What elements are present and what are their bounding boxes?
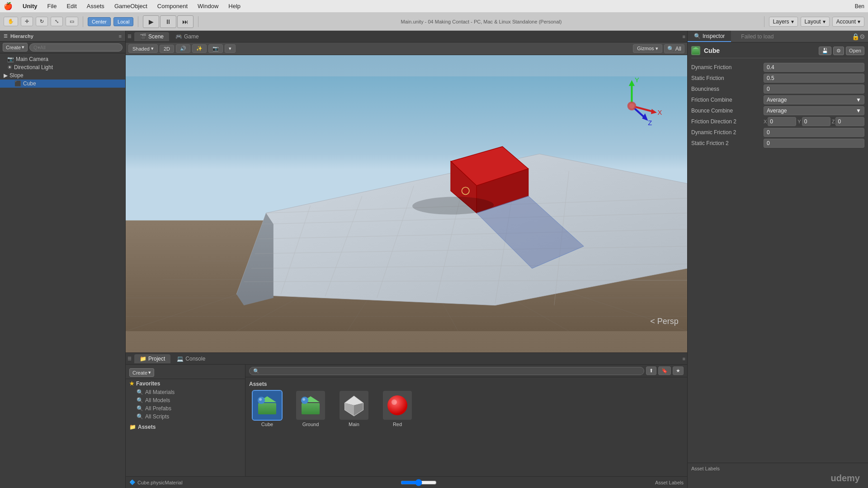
- favorites-header[interactable]: ★ Favorites: [126, 379, 245, 388]
- ground-asset-icon: [296, 391, 325, 420]
- scene-options-icon[interactable]: ≡: [683, 34, 685, 39]
- center-button[interactable]: Center: [88, 17, 111, 26]
- svg-point-55: [387, 395, 407, 415]
- asset-item-red[interactable]: Red: [379, 391, 415, 427]
- play-button[interactable]: ▶: [143, 15, 159, 28]
- tab-project[interactable]: 📁 Project: [134, 354, 170, 363]
- inspector-open-button[interactable]: Open: [846, 47, 864, 55]
- fav-item-all-materials[interactable]: 🔍 All Materials: [126, 388, 245, 396]
- tab-inspector[interactable]: 🔍 Inspector: [688, 31, 731, 42]
- inspector-save-icon[interactable]: 💾: [819, 47, 831, 55]
- scene-extra-button[interactable]: ▾: [225, 44, 236, 53]
- static-friction2-input[interactable]: [764, 139, 864, 148]
- fx-button[interactable]: ✨: [192, 44, 207, 53]
- menu-assets[interactable]: Assets: [85, 2, 106, 10]
- asset-item-main[interactable]: Main: [336, 391, 372, 427]
- tab-game[interactable]: 🎮 Game: [170, 32, 204, 41]
- scene-tab-icon: 🎬: [140, 33, 146, 40]
- assets-search-input[interactable]: [253, 368, 640, 374]
- menu-unity[interactable]: Unity: [21, 2, 39, 10]
- hand-tool-button[interactable]: ✋: [4, 17, 18, 26]
- fav-item-all-models[interactable]: 🔍 All Models: [126, 396, 245, 404]
- layout-dropdown[interactable]: Layout ▾: [801, 17, 830, 27]
- assets-search-box[interactable]: [249, 367, 644, 375]
- assets-tool-btn-2[interactable]: 🔖: [658, 366, 671, 375]
- folder-icon: 📁: [129, 424, 136, 430]
- tab-console[interactable]: 💻 Console: [171, 354, 211, 363]
- menu-user[interactable]: Ben: [855, 3, 864, 9]
- status-right: [401, 479, 437, 486]
- menu-gameobject[interactable]: GameObject: [113, 2, 149, 10]
- hierarchy-options-icon[interactable]: ≡: [119, 33, 122, 39]
- expand-icon: ▶: [4, 72, 8, 79]
- friction-dir-x-input[interactable]: [768, 117, 796, 126]
- friction-dir-y-input[interactable]: [802, 117, 830, 126]
- shading-dropdown[interactable]: Shaded ▾: [128, 44, 158, 53]
- hierarchy-item-cube[interactable]: ⬛ Cube: [0, 80, 125, 88]
- account-dropdown[interactable]: Account ▾: [832, 17, 864, 27]
- friction-dir-x-item: X: [764, 117, 796, 126]
- friction-dir-z-input[interactable]: [835, 117, 864, 126]
- scene-camera-button[interactable]: 📷: [208, 44, 223, 53]
- tab-scene[interactable]: 🎬 Scene: [134, 32, 169, 41]
- assets-tool-btn-1[interactable]: ⬆: [646, 366, 656, 375]
- static-friction-input[interactable]: [764, 74, 864, 83]
- asset-item-cube[interactable]: Cube: [249, 391, 285, 427]
- dynamic-friction2-value: [764, 128, 864, 137]
- apple-menu-icon[interactable]: 🍎: [4, 2, 13, 10]
- svg-point-46: [259, 398, 262, 401]
- fav-item-all-scripts[interactable]: 🔍 All Scripts: [126, 413, 245, 421]
- dynamic-friction2-label: Dynamic Friction 2: [691, 129, 764, 136]
- local-button[interactable]: Local: [113, 17, 133, 26]
- hierarchy-search-input[interactable]: [33, 45, 118, 50]
- menu-file[interactable]: File: [46, 2, 59, 10]
- hierarchy-item-directional-light[interactable]: ☀ Directional Light: [0, 63, 125, 71]
- inspector-settings-icon[interactable]: ⚙: [833, 47, 844, 55]
- toolbar-separator-2: [138, 16, 138, 27]
- gizmos-button[interactable]: Gizmos ▾: [633, 44, 662, 53]
- pause-button[interactable]: ⏸: [160, 15, 176, 28]
- bottom-content: Create ▾ ★ Favorites 🔍 All Materials 🔍: [126, 365, 687, 476]
- dynamic-friction2-input[interactable]: [764, 128, 864, 137]
- bottom-panel-options-icon[interactable]: ≡: [683, 356, 685, 361]
- menu-window[interactable]: Window: [196, 2, 220, 10]
- friction-combine-select[interactable]: Average ▼: [764, 95, 864, 104]
- hierarchy-create-button[interactable]: Create ▾: [3, 43, 28, 52]
- project-create-button[interactable]: Create ▾: [129, 368, 154, 377]
- all-search-box[interactable]: 🔍 All: [664, 44, 684, 53]
- hierarchy-search-box[interactable]: [29, 43, 123, 52]
- menu-help[interactable]: Help: [226, 2, 242, 10]
- rect-tool-button[interactable]: ▭: [66, 17, 78, 26]
- hierarchy-item-main-camera[interactable]: 📷 Main Camera: [0, 55, 125, 63]
- hierarchy-controls: Create ▾: [0, 42, 125, 53]
- assets-tool-btn-3[interactable]: ★: [673, 366, 684, 375]
- scene-viewport[interactable]: Y X Z < Persp: [126, 55, 687, 352]
- y-label: Y: [797, 119, 801, 124]
- star-icon: ★: [129, 380, 134, 387]
- main-area: ☰ Hierarchy ≡ Create ▾ 📷 Main Camera ☀ D…: [0, 31, 868, 488]
- bounce-combine-select[interactable]: Average ▼: [764, 106, 864, 115]
- game-tab-icon: 🎮: [175, 33, 182, 40]
- lock-icon[interactable]: 🔒: [852, 33, 859, 40]
- hierarchy-item-slope[interactable]: ▶ Slope: [0, 71, 125, 80]
- scale-tool-button[interactable]: ⤡: [51, 17, 63, 26]
- dynamic-friction-input[interactable]: [764, 63, 864, 72]
- assets-folder-header[interactable]: 📁 Assets: [126, 422, 245, 432]
- svg-text:Y: Y: [635, 76, 639, 84]
- fav-item-all-prefabs[interactable]: 🔍 All Prefabs: [126, 404, 245, 413]
- menu-edit[interactable]: Edit: [65, 2, 78, 10]
- bounciness-input[interactable]: [764, 84, 864, 94]
- scene-svg: Y X Z < Persp: [126, 55, 687, 352]
- asset-item-ground[interactable]: Ground: [292, 391, 329, 427]
- audio-button[interactable]: 🔊: [176, 44, 190, 53]
- zoom-slider[interactable]: [401, 479, 437, 486]
- rotate-tool-button[interactable]: ↻: [36, 17, 48, 26]
- step-button[interactable]: ⏭: [177, 15, 193, 28]
- menu-component[interactable]: Component: [156, 2, 189, 10]
- search-icon: 🔍: [137, 413, 143, 420]
- 2d-button[interactable]: 2D: [160, 45, 174, 53]
- bounce-combine-row: Bounce Combine Average ▼: [691, 106, 864, 115]
- layers-dropdown[interactable]: Layers ▾: [769, 17, 798, 27]
- inspector-options-icon[interactable]: ⚙: [859, 33, 865, 40]
- move-tool-button[interactable]: ✛: [21, 17, 33, 26]
